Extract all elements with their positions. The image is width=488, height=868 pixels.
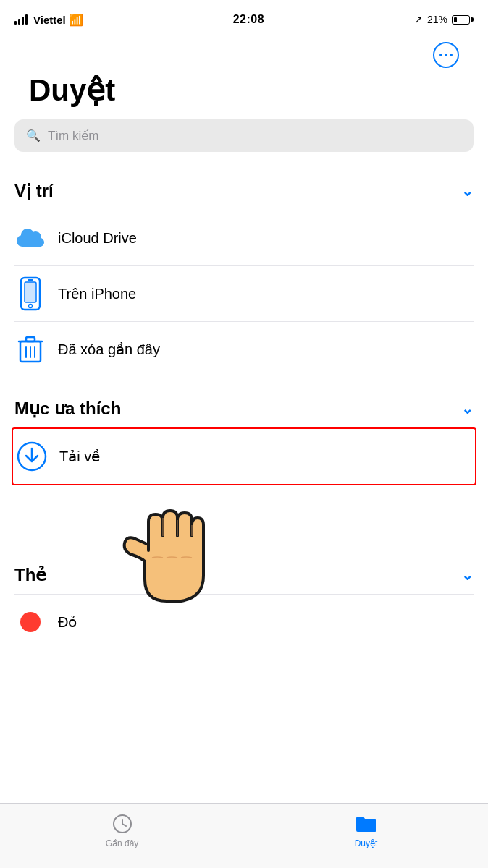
search-input[interactable]: Tìm kiếm [48, 128, 98, 143]
tab-recent[interactable]: Gần đây [0, 812, 244, 848]
svg-point-3 [29, 305, 33, 308]
chevron-down-icon-favorites[interactable]: ⌄ [461, 400, 474, 417]
section-vitri: Vị trí ⌄ [14, 174, 474, 210]
download-icon [16, 441, 48, 472]
tab-browse[interactable]: Duyệt [244, 812, 488, 848]
folder-icon [355, 812, 378, 835]
trash-icon [14, 333, 46, 365]
page-title: Duyệt [29, 36, 459, 119]
more-button[interactable] [433, 42, 459, 68]
list-item-icloud[interactable]: iCloud Drive [14, 210, 474, 265]
tab-browse-label: Duyệt [355, 838, 378, 848]
tab-bar: Gần đây Duyệt [0, 803, 488, 868]
iphone-label: Trên iPhone [58, 286, 136, 302]
hand-cursor-icon [109, 493, 224, 616]
highlighted-container: Tải về [12, 427, 476, 485]
location-icon: ↗ [414, 14, 423, 25]
signal-icon [14, 14, 28, 25]
icloud-icon [14, 222, 46, 254]
chevron-down-icon-vitri[interactable]: ⌄ [461, 182, 474, 200]
clock-icon [111, 812, 134, 835]
wifi-icon: 📶 [69, 13, 83, 27]
red-label: Đỏ [58, 613, 77, 631]
battery-icon [452, 15, 474, 25]
header-area: Duyệt [14, 36, 474, 119]
section-title-favorites: Mục ưa thích [14, 399, 121, 419]
status-time: 22:08 [233, 13, 264, 26]
downloads-label: Tải về [59, 448, 100, 465]
svg-rect-1 [25, 282, 36, 302]
list-item-deleted[interactable]: Đã xóa gần đây [14, 321, 474, 377]
search-bar[interactable]: 🔍 Tìm kiếm [14, 119, 474, 152]
main-content: Duyệt 🔍 Tìm kiếm Vị trí ⌄ iCloud Drive [0, 36, 488, 803]
svg-rect-7 [26, 337, 35, 341]
hand-gesture-overlay [14, 485, 474, 616]
list-item-downloads[interactable]: Tải về [13, 429, 475, 484]
section-title-vitri: Vị trí [14, 181, 54, 201]
deleted-label: Đã xóa gần đây [58, 341, 160, 358]
status-right: ↗ 21% [414, 14, 474, 25]
status-bar: Viettel 📶 22:08 ↗ 21% [0, 0, 488, 36]
status-left: Viettel 📶 [14, 13, 83, 27]
iphone-icon [14, 278, 46, 310]
battery-percent: 21% [427, 14, 447, 25]
tab-recent-label: Gần đây [106, 838, 139, 848]
section-favorites: Mục ưa thích ⌄ [14, 391, 474, 427]
svg-line-18 [122, 824, 126, 826]
list-item-iphone[interactable]: Trên iPhone [14, 265, 474, 321]
more-dots-icon [439, 54, 453, 56]
carrier-name: Viettel [33, 14, 66, 26]
search-icon: 🔍 [26, 129, 41, 142]
icloud-label: iCloud Drive [58, 230, 137, 247]
